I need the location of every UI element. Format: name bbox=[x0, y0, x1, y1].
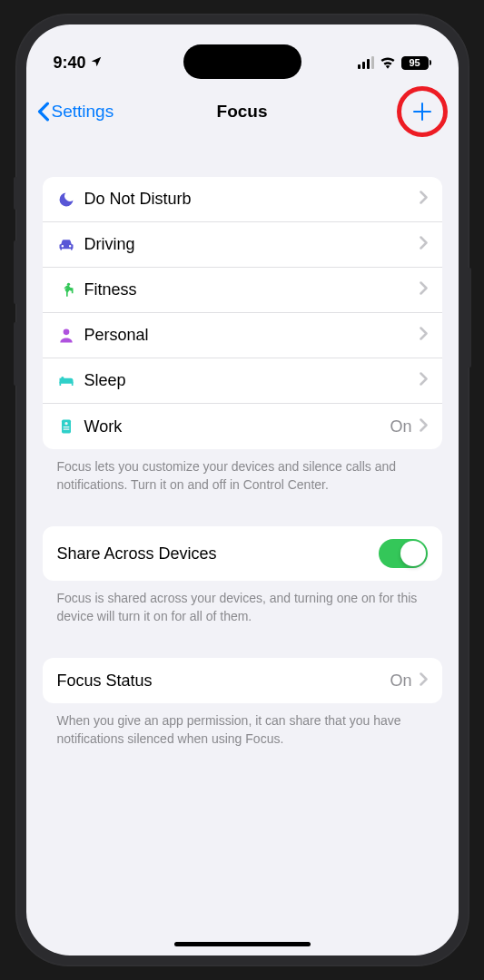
phone-screen: 9:40 95 Settings bbox=[26, 24, 459, 956]
svg-rect-7 bbox=[63, 426, 69, 427]
dynamic-island bbox=[183, 44, 301, 79]
focus-label: Work bbox=[84, 417, 390, 436]
person-icon bbox=[57, 327, 84, 345]
share-group: Share Across Devices bbox=[43, 526, 442, 581]
back-button[interactable]: Settings bbox=[37, 102, 114, 122]
badge-icon bbox=[57, 417, 84, 436]
wifi-icon bbox=[380, 56, 396, 69]
focus-item-work[interactable]: Work On bbox=[43, 404, 442, 449]
back-label: Settings bbox=[52, 102, 114, 122]
focus-label: Fitness bbox=[84, 280, 420, 299]
status-indicators: 95 bbox=[358, 56, 431, 70]
chevron-right-icon bbox=[420, 372, 428, 389]
focus-item-dnd[interactable]: Do Not Disturb bbox=[43, 177, 442, 222]
focus-item-fitness[interactable]: Fitness bbox=[43, 268, 442, 313]
focus-label: Driving bbox=[84, 235, 420, 254]
running-icon bbox=[57, 281, 84, 299]
chevron-right-icon bbox=[420, 327, 428, 344]
car-icon bbox=[57, 236, 84, 254]
status-time-area: 9:40 bbox=[54, 54, 103, 73]
focus-label: Personal bbox=[84, 326, 420, 345]
side-button bbox=[468, 268, 471, 368]
battery-icon: 95 bbox=[401, 56, 431, 70]
chevron-right-icon bbox=[420, 418, 428, 436]
svg-point-6 bbox=[64, 422, 67, 425]
focus-status-row[interactable]: Focus Status On bbox=[43, 658, 442, 703]
status-time: 9:40 bbox=[54, 54, 86, 73]
share-toggle[interactable] bbox=[379, 539, 428, 568]
chevron-right-icon bbox=[420, 672, 428, 690]
focus-label: Do Not Disturb bbox=[84, 190, 420, 209]
status-footer-text: When you give an app permission, it can … bbox=[43, 703, 442, 748]
svg-rect-4 bbox=[59, 381, 73, 384]
status-group: Focus Status On bbox=[43, 658, 442, 703]
home-indicator[interactable] bbox=[174, 942, 311, 946]
moon-icon bbox=[57, 191, 84, 209]
focus-value: On bbox=[390, 417, 411, 436]
status-value: On bbox=[390, 671, 411, 691]
side-button bbox=[14, 240, 17, 304]
page-title: Focus bbox=[217, 102, 268, 122]
focus-item-personal[interactable]: Personal bbox=[43, 313, 442, 358]
focus-item-driving[interactable]: Driving bbox=[43, 222, 442, 268]
share-across-devices-row[interactable]: Share Across Devices bbox=[43, 526, 442, 581]
battery-level: 95 bbox=[401, 56, 429, 70]
focus-item-sleep[interactable]: Sleep bbox=[43, 358, 442, 404]
navigation-bar: Settings Focus bbox=[26, 79, 459, 144]
focus-label: Sleep bbox=[84, 371, 420, 390]
cellular-icon bbox=[358, 56, 374, 69]
location-icon bbox=[90, 54, 103, 73]
phone-frame: 9:40 95 Settings bbox=[15, 14, 469, 966]
focus-footer-text: Focus lets you customize your devices an… bbox=[43, 449, 442, 494]
bed-icon bbox=[57, 372, 84, 390]
chevron-right-icon bbox=[420, 236, 428, 253]
svg-point-3 bbox=[63, 328, 69, 335]
side-button bbox=[14, 322, 17, 386]
share-label: Share Across Devices bbox=[57, 544, 379, 564]
focus-modes-list: Do Not Disturb Driving Fitness bbox=[43, 177, 442, 449]
side-button bbox=[14, 177, 17, 210]
share-footer-text: Focus is shared across your devices, and… bbox=[43, 581, 442, 625]
svg-rect-8 bbox=[63, 429, 69, 430]
content-area: Do Not Disturb Driving Fitness bbox=[26, 144, 459, 749]
add-button[interactable] bbox=[404, 93, 440, 130]
chevron-right-icon bbox=[420, 281, 428, 299]
status-label: Focus Status bbox=[57, 671, 390, 691]
chevron-right-icon bbox=[420, 191, 428, 208]
